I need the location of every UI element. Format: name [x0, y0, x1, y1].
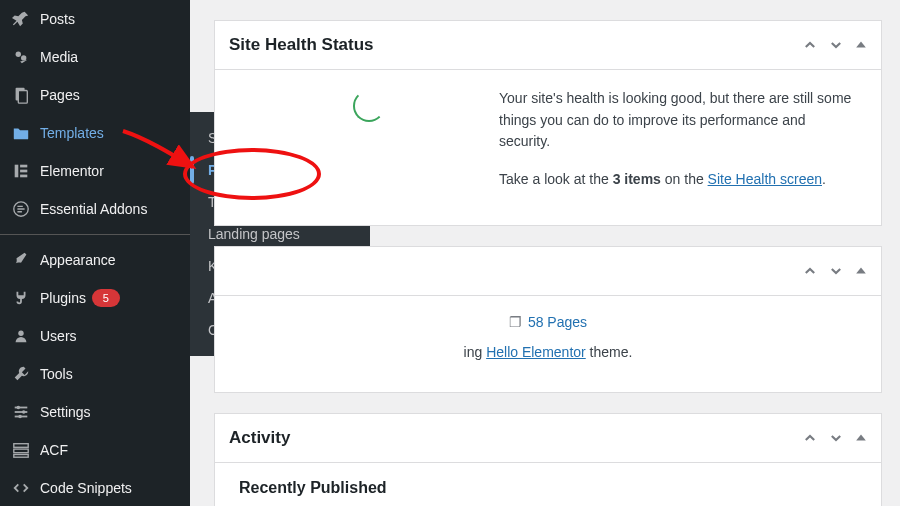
box-title: Site Health Status [229, 35, 374, 55]
folder-icon [10, 123, 32, 143]
pin-icon [10, 9, 32, 29]
svg-point-0 [16, 52, 21, 57]
box-header [215, 247, 881, 296]
sidebar-label: Appearance [40, 252, 116, 268]
box-header: Site Health Status [215, 21, 881, 70]
code-icon [10, 478, 32, 498]
sidebar-item-appearance[interactable]: Appearance [0, 241, 190, 279]
site-health-link[interactable]: Site Health screen [708, 171, 822, 187]
svg-point-16 [18, 415, 22, 419]
move-down-icon[interactable] [829, 264, 843, 278]
sidebar-item-media[interactable]: Media [0, 38, 190, 76]
admin-sidebar: Posts Media Pages Templates Elementor Es… [0, 0, 190, 506]
plug-icon [10, 288, 32, 308]
brush-icon [10, 250, 32, 270]
sidebar-label: Essential Addons [40, 201, 147, 217]
svg-rect-19 [14, 455, 28, 458]
box-body: Your site's health is looking good, but … [215, 70, 881, 225]
toggle-icon[interactable] [855, 265, 867, 277]
move-up-icon[interactable] [803, 38, 817, 52]
sidebar-item-essential-addons[interactable]: Essential Addons [0, 190, 190, 228]
move-down-icon[interactable] [829, 38, 843, 52]
pages-icon: ❐ [509, 314, 522, 330]
box-body: ❐58 Pages ing Hello Elementor theme. [215, 296, 881, 392]
svg-rect-3 [18, 91, 27, 104]
pages-link[interactable]: 58 Pages [528, 314, 587, 330]
sidebar-item-tools[interactable]: Tools [0, 355, 190, 393]
wrench-icon [10, 364, 32, 384]
svg-point-14 [17, 406, 21, 410]
health-line1: Your site's health is looking good, but … [499, 88, 857, 153]
sidebar-label: Posts [40, 11, 75, 27]
sidebar-item-plugins[interactable]: Plugins5 [0, 279, 190, 317]
essential-addons-icon [10, 199, 32, 219]
box-controls [803, 38, 867, 52]
sidebar-label: ACF [40, 442, 68, 458]
activity-subtitle: Recently Published [239, 479, 857, 497]
user-icon [10, 326, 32, 346]
svg-rect-6 [20, 165, 27, 168]
move-up-icon[interactable] [803, 431, 817, 445]
glance-box: ❐58 Pages ing Hello Elementor theme. [214, 246, 882, 393]
health-indicator [239, 88, 499, 124]
svg-rect-17 [14, 444, 28, 448]
spinner-icon [353, 90, 385, 122]
box-body: Recently Published 11 July, 5:27 pmGuide… [215, 463, 881, 506]
svg-rect-5 [15, 165, 19, 178]
theme-link[interactable]: Hello Elementor [486, 344, 586, 360]
svg-rect-8 [20, 175, 27, 178]
sidebar-label: Templates [40, 125, 104, 141]
svg-point-15 [22, 410, 26, 414]
elementor-icon [10, 161, 32, 181]
sidebar-item-elementor[interactable]: Elementor [0, 152, 190, 190]
sidebar-label: Tools [40, 366, 73, 382]
page-icon [10, 85, 32, 105]
box-controls [803, 431, 867, 445]
svg-rect-18 [14, 449, 28, 453]
sidebar-label: Media [40, 49, 78, 65]
sidebar-label: Elementor [40, 163, 104, 179]
sidebar-item-code-snippets[interactable]: Code Snippets [0, 469, 190, 506]
sidebar-item-templates[interactable]: Templates [0, 114, 190, 152]
activity-box: Activity Recently Published 11 July, 5:2… [214, 413, 882, 506]
sidebar-separator [0, 234, 190, 235]
sidebar-label: Settings [40, 404, 91, 420]
box-header: Activity [215, 414, 881, 463]
toggle-icon[interactable] [855, 432, 867, 444]
move-down-icon[interactable] [829, 431, 843, 445]
health-text: Your site's health is looking good, but … [499, 88, 857, 207]
svg-point-10 [18, 331, 23, 336]
sidebar-label: Pages [40, 87, 80, 103]
site-health-box: Site Health Status Your site's health is… [214, 20, 882, 226]
sidebar-label: Plugins [40, 290, 86, 306]
box-title: Activity [229, 428, 290, 448]
sidebar-item-settings[interactable]: Settings [0, 393, 190, 431]
sidebar-label: Users [40, 328, 77, 344]
move-up-icon[interactable] [803, 264, 817, 278]
svg-point-1 [21, 55, 26, 60]
dashboard-content: Site Health Status Your site's health is… [190, 0, 900, 506]
health-line2: Take a look at the 3 items on the Site H… [499, 169, 857, 191]
toggle-icon[interactable] [855, 39, 867, 51]
sliders-icon [10, 402, 32, 422]
update-badge: 5 [92, 289, 120, 307]
sidebar-item-posts[interactable]: Posts [0, 0, 190, 38]
sidebar-item-users[interactable]: Users [0, 317, 190, 355]
box-controls [803, 264, 867, 278]
sidebar-item-acf[interactable]: ACF [0, 431, 190, 469]
theme-line: ing Hello Elementor theme. [215, 344, 881, 360]
sidebar-item-pages[interactable]: Pages [0, 76, 190, 114]
sidebar-label: Code Snippets [40, 480, 132, 496]
svg-rect-7 [20, 170, 27, 173]
media-icon [10, 47, 32, 67]
fields-icon [10, 440, 32, 460]
